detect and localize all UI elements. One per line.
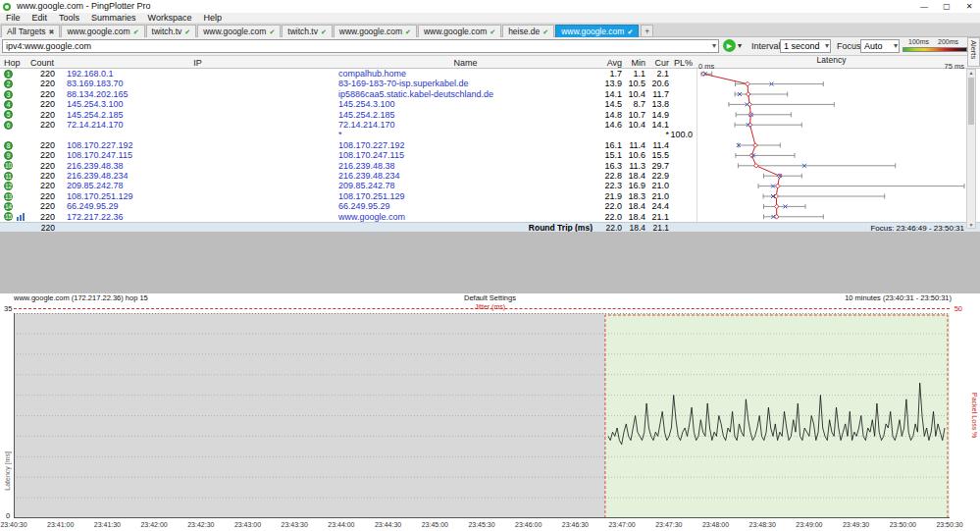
hop-name: 108.170.247.115 [338, 150, 404, 160]
hop-number-badge: 2 [4, 80, 13, 88]
time-tick-label: 23:49:00 [796, 521, 822, 528]
menu-file[interactable]: File [0, 13, 26, 24]
table-row[interactable]: 13220108.170.251.129108.170.251.12921.91… [0, 191, 965, 201]
header-count[interactable]: Count [27, 58, 57, 69]
hop-name: 83-169-183-70-isp.superkabel.de [338, 79, 469, 88]
latency-color-legend: 100ms 200ms [903, 38, 967, 54]
toolbar: ipv4:www.google.com ▾ ▶ ▾ Interval 1 sec… [0, 37, 980, 55]
interval-select[interactable]: 1 second ▾ [780, 39, 831, 53]
hop-count: 220 [27, 201, 55, 211]
hop-name: 216.239.48.38 [338, 161, 395, 171]
tab-www-google-com[interactable]: www.google.com✔ [555, 25, 639, 37]
table-row[interactable]: 4220145.254.3.100145.254.3.10014.58.713.… [0, 99, 965, 109]
tab-www-google-com[interactable]: www.google.com✔ [61, 25, 144, 37]
target-input[interactable]: ipv4:www.google.com ▾ [2, 39, 719, 53]
hop-number-badge: 10 [4, 161, 13, 170]
tab-all-targets[interactable]: All Targets✖ [1, 25, 60, 37]
hop-name: 145.254.3.100 [338, 99, 395, 109]
hop-count: 220 [27, 89, 55, 99]
tab-www-google-com[interactable]: www.google.com✔ [197, 25, 281, 37]
round-trip-row[interactable]: 220 Round Trip (ms) 22.0 18.4 21.1 Focus… [0, 222, 980, 232]
focus-label: Focus [837, 41, 861, 51]
tab-www-google-com[interactable]: www.google.com✔ [418, 25, 501, 37]
table-row[interactable]: **100.0 [0, 130, 965, 139]
table-row[interactable]: 322088.134.202.165ip5886caa5.static.kabe… [0, 89, 965, 99]
chevron-down-icon[interactable]: ▾ [712, 40, 716, 52]
time-tick-label: 23:48:30 [749, 521, 776, 528]
packet-loss-axis-label: Packet Loss % [971, 393, 978, 438]
hop-cur: 21.0 [636, 191, 669, 201]
table-row[interactable]: 5220145.254.2.185145.254.2.18514.810.714… [0, 110, 965, 120]
header-hop[interactable]: Hop [4, 58, 21, 69]
menu-summaries[interactable]: Summaries [85, 13, 142, 24]
check-icon: ✔ [184, 28, 190, 35]
tab-www-google-com[interactable]: www.google.com✔ [334, 25, 417, 37]
table-row[interactable]: 1220192.168.0.1compalhub.home1.71.12.1 [0, 69, 965, 79]
target-value: ipv4:www.google.com [6, 41, 91, 51]
time-tick-label: 23:43:00 [234, 521, 261, 528]
titlebar[interactable]: www.google.com - PingPlotter Pro — ▢ ✕ [0, 0, 980, 13]
check-icon: ✔ [321, 28, 327, 35]
close-icon[interactable]: ✕ [958, 0, 980, 13]
alerts-label: Alerts [969, 40, 978, 59]
table-row[interactable]: 622072.14.214.17072.14.214.17014.610.414… [0, 120, 965, 130]
app-icon [3, 3, 11, 11]
timeline-graph[interactable] [14, 313, 950, 518]
tab-heise-de[interactable]: heise.de✔ [502, 25, 554, 37]
maximize-icon[interactable]: ▢ [936, 0, 957, 13]
table-scrollbar[interactable]: ▲ ▼ [966, 69, 976, 229]
packet-loss-axis-max-label: 50 [954, 304, 962, 313]
table-row[interactable]: 9220108.170.247.115108.170.247.11515.110… [0, 150, 965, 160]
scroll-up-icon[interactable]: ▲ [967, 70, 975, 76]
header-pl[interactable]: PL% [659, 58, 693, 69]
table-row[interactable]: 11220216.239.48.234216.239.48.23422.818.… [0, 171, 965, 181]
hop-number-badge: 5 [4, 110, 13, 119]
table-row[interactable]: 15220172.217.22.36www.google.com22.018.4… [0, 212, 965, 222]
header-ip[interactable]: IP [57, 58, 338, 69]
tab-label: www.google.com [67, 27, 129, 36]
timeline-range-label[interactable]: 10 minutes (23:40:31 - 23:50:31) [845, 293, 952, 303]
tab-alerts[interactable]: Alerts [967, 37, 980, 67]
hop-cur: 11.7 [636, 89, 669, 99]
table-row[interactable]: 222083.169.183.7083-169-183-70-isp.super… [0, 79, 965, 88]
table-row[interactable]: 1422066.249.95.2966.249.95.2922.018.424.… [0, 201, 965, 211]
hop-count: 220 [27, 150, 55, 160]
menu-tools[interactable]: Tools [53, 13, 85, 24]
hop-number-badge: 15 [4, 212, 13, 221]
hop-count: 220 [27, 171, 55, 181]
time-axis: 23:40:3023:41:0023:41:3023:42:0023:42:30… [0, 519, 980, 531]
menu-help[interactable]: Help [197, 13, 228, 24]
hop-count: 220 [27, 69, 55, 79]
table-row[interactable]: 8220108.170.227.192108.170.227.19216.111… [0, 140, 965, 150]
menu-workspace[interactable]: Workspace [142, 13, 198, 24]
hop-cur: 2.1 [636, 69, 669, 79]
tab-label: All Targets [7, 27, 46, 36]
hop-ip: 66.249.95.29 [67, 201, 119, 211]
hop-name: compalhub.home [338, 69, 406, 79]
splitter-area[interactable] [0, 232, 980, 293]
tab-twitch-tv[interactable]: twitch.tv✔ [146, 25, 197, 37]
focus-select[interactable]: Auto ▾ [860, 39, 900, 53]
tab-label: www.google.com [424, 27, 487, 36]
timeline-target-label[interactable]: www.google.com (172.217.22.36) hop 15 [14, 293, 148, 303]
hop-ip: 108.170.247.115 [67, 150, 132, 160]
scroll-down-icon[interactable]: ▼ [967, 222, 975, 228]
hop-cur: 21.1 [636, 212, 669, 222]
play-dropdown-icon[interactable]: ▾ [738, 41, 742, 50]
menu-edit[interactable]: Edit [26, 13, 54, 24]
minimize-icon[interactable]: — [913, 0, 935, 13]
scrollbar-thumb[interactable] [968, 78, 974, 125]
table-row[interactable]: 10220216.239.48.38216.239.48.3816.311.32… [0, 161, 965, 171]
tab-twitch-tv[interactable]: twitch.tv✔ [282, 25, 333, 37]
play-button[interactable]: ▶ [723, 39, 736, 52]
time-tick-label: 23:50:30 [936, 521, 962, 528]
close-icon[interactable]: ✖ [49, 28, 55, 35]
tab-label: heise.de [508, 27, 540, 36]
hop-ip: 209.85.242.78 [67, 181, 124, 190]
new-tab-button[interactable]: + [641, 25, 653, 37]
hop-cur: 15.5 [636, 150, 669, 160]
hop-cur: 22.9 [636, 171, 669, 181]
table-row[interactable]: 12220209.85.242.78209.85.242.7822.316.92… [0, 181, 965, 190]
header-name[interactable]: Name [338, 58, 593, 69]
time-tick-label: 23:42:30 [187, 521, 214, 528]
